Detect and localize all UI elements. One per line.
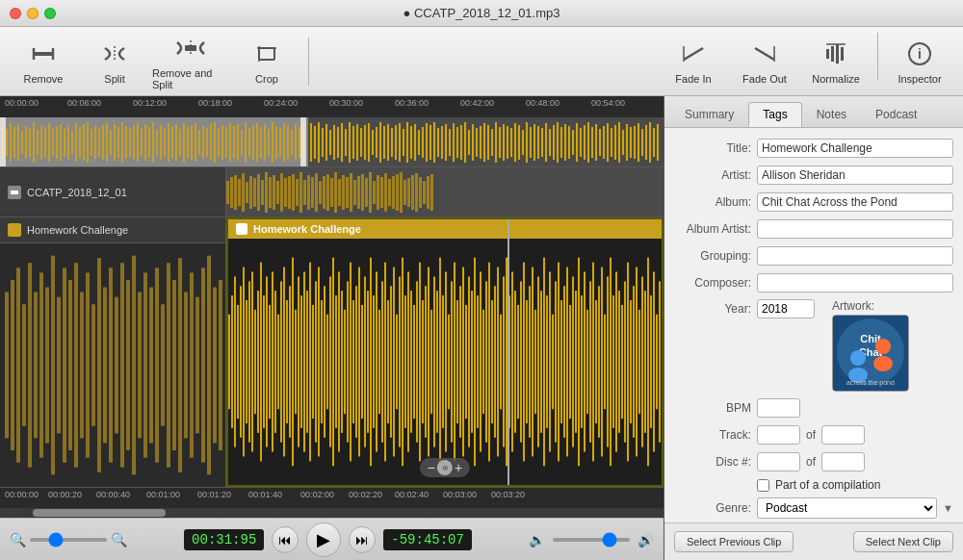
svg-rect-306 bbox=[289, 286, 291, 438]
track-number-input[interactable] bbox=[757, 425, 800, 445]
track-2-main-waveform[interactable]: Homework Challenge bbox=[226, 217, 664, 487]
remove-button[interactable]: Remove bbox=[10, 33, 77, 90]
svg-rect-385 bbox=[517, 305, 519, 419]
window-controls bbox=[10, 8, 56, 19]
svg-rect-323 bbox=[338, 271, 340, 451]
track-total-input[interactable] bbox=[821, 425, 865, 445]
svg-rect-387 bbox=[523, 263, 525, 462]
svg-rect-44 bbox=[94, 126, 96, 159]
svg-rect-26 bbox=[25, 126, 27, 159]
svg-rect-392 bbox=[537, 276, 539, 446]
transport-bar: 🔍 🔍 00:31:95 ⏮ ▶ ⏭ -59:45:07 🔈 🔊 bbox=[0, 518, 664, 560]
compilation-checkbox[interactable] bbox=[757, 479, 769, 492]
composer-input[interactable] bbox=[757, 273, 953, 293]
tab-podcast[interactable]: Podcast bbox=[861, 102, 931, 127]
drag-handle[interactable]: ⊕ bbox=[437, 460, 453, 475]
artist-field-row: Artist: bbox=[674, 165, 953, 186]
svg-rect-197 bbox=[242, 173, 245, 212]
album-input[interactable] bbox=[757, 192, 953, 212]
clip-control-bar[interactable]: − ⊕ + bbox=[420, 458, 470, 477]
normalize-button[interactable]: Normalize bbox=[802, 33, 870, 90]
svg-rect-374 bbox=[485, 281, 487, 442]
year-input[interactable] bbox=[757, 299, 815, 318]
fade-out-button[interactable]: Fade Out bbox=[731, 33, 798, 90]
genre-select[interactable]: Podcast Music Audiobook Comedy bbox=[757, 497, 937, 519]
fade-out-label: Fade Out bbox=[742, 73, 787, 85]
tab-tags[interactable]: Tags bbox=[748, 102, 801, 127]
zoom-in-icon[interactable]: 🔍 bbox=[111, 532, 127, 547]
svg-rect-429 bbox=[644, 291, 646, 433]
svg-rect-295 bbox=[257, 291, 259, 433]
minus-icon[interactable]: − bbox=[428, 460, 435, 475]
remove-and-split-button[interactable]: Remove and Split bbox=[152, 33, 229, 90]
svg-rect-191 bbox=[300, 117, 306, 167]
maximize-button[interactable] bbox=[44, 8, 56, 19]
split-label: Split bbox=[104, 73, 124, 85]
svg-rect-263 bbox=[97, 258, 101, 472]
svg-rect-397 bbox=[552, 315, 554, 409]
grouping-input[interactable] bbox=[757, 246, 953, 266]
svg-rect-264 bbox=[103, 288, 107, 444]
album-artist-input[interactable] bbox=[757, 219, 953, 239]
artist-input[interactable] bbox=[757, 165, 953, 185]
svg-rect-325 bbox=[344, 310, 346, 414]
prev-clip-button[interactable]: Select Previous Clip bbox=[674, 531, 794, 552]
svg-rect-428 bbox=[641, 276, 643, 446]
svg-rect-279 bbox=[190, 272, 194, 457]
svg-rect-389 bbox=[529, 286, 531, 438]
ruler-label-8: 00:48:00 bbox=[526, 98, 560, 108]
svg-rect-24 bbox=[17, 124, 19, 161]
horizontal-scrollbar[interactable] bbox=[0, 508, 664, 518]
artwork-image[interactable]: Chit Chat across the pond bbox=[832, 315, 909, 392]
svg-rect-222 bbox=[338, 179, 341, 206]
svg-rect-215 bbox=[311, 177, 314, 208]
scrollbar-thumb[interactable] bbox=[33, 509, 166, 517]
svg-rect-147 bbox=[495, 122, 497, 163]
album-label: Album: bbox=[674, 195, 751, 209]
next-clip-button[interactable]: Select Next Clip bbox=[853, 531, 953, 552]
svg-rect-364 bbox=[456, 300, 458, 423]
svg-rect-82 bbox=[241, 130, 243, 155]
disc-total-input[interactable] bbox=[821, 452, 865, 471]
overview-track[interactable]: // This will be rendered as inline bars bbox=[0, 117, 664, 167]
tab-summary[interactable]: Summary bbox=[670, 102, 748, 127]
inspector-button[interactable]: i Inspector bbox=[886, 33, 953, 90]
volume-slider[interactable] bbox=[553, 538, 630, 542]
album-artist-field-row: Album Artist: bbox=[674, 218, 953, 240]
title-input[interactable] bbox=[757, 139, 953, 158]
svg-rect-363 bbox=[454, 263, 455, 462]
close-button[interactable] bbox=[10, 8, 21, 19]
svg-rect-213 bbox=[303, 180, 306, 205]
play-button[interactable]: ▶ bbox=[306, 522, 341, 557]
rewind-button[interactable]: ⏮ bbox=[272, 526, 299, 553]
plus-icon[interactable]: + bbox=[455, 460, 462, 475]
fade-in-button[interactable]: Fade In bbox=[660, 33, 727, 90]
track-1-waveform[interactable] bbox=[226, 167, 664, 216]
svg-rect-217 bbox=[319, 181, 322, 204]
svg-rect-65 bbox=[175, 124, 177, 161]
crop-button[interactable]: Crop bbox=[233, 33, 300, 90]
remaining-time-display: -59:45:07 bbox=[383, 529, 472, 550]
zoom-out-icon[interactable]: 🔍 bbox=[10, 532, 26, 547]
inspector-label: Inspector bbox=[898, 73, 941, 85]
svg-rect-27 bbox=[29, 128, 31, 157]
svg-rect-245 bbox=[427, 176, 429, 209]
svg-rect-43 bbox=[91, 129, 92, 156]
minimize-button[interactable] bbox=[27, 8, 39, 19]
toolbar-separator-1 bbox=[308, 38, 309, 86]
svg-rect-129 bbox=[426, 123, 428, 162]
svg-rect-236 bbox=[392, 176, 395, 209]
tab-notes[interactable]: Notes bbox=[802, 102, 861, 127]
svg-rect-59 bbox=[152, 122, 154, 163]
svg-rect-156 bbox=[530, 127, 532, 158]
disc-number-input[interactable] bbox=[757, 452, 800, 471]
zoom-slider[interactable] bbox=[30, 538, 107, 542]
track-of-separator: of bbox=[806, 428, 816, 442]
svg-rect-86 bbox=[256, 123, 258, 162]
svg-rect-356 bbox=[433, 276, 435, 446]
split-button[interactable]: Split bbox=[81, 33, 148, 90]
forward-button[interactable]: ⏭ bbox=[349, 526, 376, 553]
svg-rect-46 bbox=[102, 125, 104, 160]
bpm-input[interactable] bbox=[757, 398, 800, 418]
svg-rect-227 bbox=[357, 176, 360, 209]
